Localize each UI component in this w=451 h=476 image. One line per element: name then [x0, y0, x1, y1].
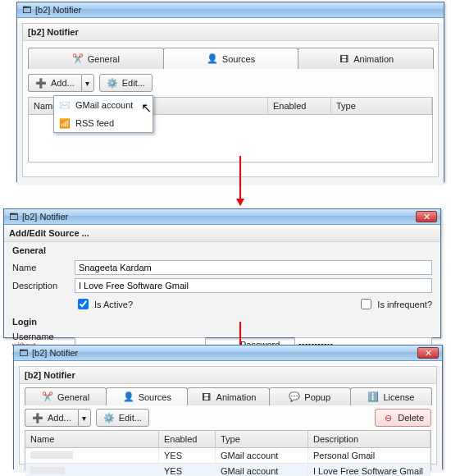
tab-animation[interactable]: 🎞Animation [298, 48, 434, 69]
app-icon: 🗔 [17, 347, 29, 359]
description-label: Description [12, 281, 70, 291]
table-row[interactable]: YES GMail account Personal Gmail [25, 448, 430, 464]
dialog-title: Add/Edit Source ... [4, 225, 440, 242]
plus-icon: ➕ [35, 77, 47, 89]
username-label: Username [12, 332, 70, 341]
tools-icon: ✂️ [42, 391, 53, 403]
section-login: Login [7, 314, 437, 330]
gear-icon: ⚙️ [103, 412, 115, 423]
col-enabled[interactable]: Enabled [268, 98, 331, 114]
mail-icon: ✉️ [59, 99, 71, 111]
tab-license[interactable]: ℹ️License [350, 387, 432, 405]
title-bar: 🗔 [b2] Notifier ✕ [14, 346, 442, 361]
title-bar: 🗔 [b2] Notifier [17, 2, 444, 18]
user-icon: 👤 [207, 53, 218, 65]
animation-icon: 🎞 [201, 391, 212, 403]
cell-type: GMail account [216, 464, 308, 476]
col-name[interactable]: Name [25, 431, 159, 447]
add-button[interactable]: ➕Add... [28, 74, 81, 92]
col-type[interactable]: Type [331, 98, 432, 114]
annotation-arrow [239, 156, 241, 205]
app-icon: 🗔 [20, 4, 32, 16]
animation-icon: 🎞 [338, 53, 349, 65]
close-button[interactable]: ✕ [417, 347, 439, 359]
panel-title: [b2] Notifier [20, 367, 436, 384]
info-icon: ℹ️ [367, 391, 379, 403]
panel-title: [b2] Notifier [23, 24, 438, 41]
gear-icon: ⚙️ [107, 77, 118, 89]
name-label: Name [12, 263, 70, 272]
tab-general[interactable]: ✂️General [25, 387, 107, 405]
chevron-down-icon: ▾ [82, 414, 86, 423]
title-bar: 🗔 [b2] Notifier ✕ [4, 209, 440, 225]
edit-button[interactable]: ⚙️Edit... [96, 409, 149, 427]
section-general: General [7, 242, 437, 259]
col-enabled[interactable]: Enabled [159, 431, 216, 447]
cell-name [30, 467, 65, 474]
popup-icon: 💬 [289, 391, 300, 403]
user-icon: 👤 [123, 391, 134, 403]
tab-sources[interactable]: 👤Sources [163, 48, 299, 69]
menu-gmail-account[interactable]: ✉️ GMail account [54, 96, 153, 114]
add-button[interactable]: ➕Add... [25, 409, 78, 427]
close-button[interactable]: ✕ [416, 211, 437, 222]
chevron-down-icon: ▾ [85, 79, 89, 88]
app-icon: 🗔 [7, 211, 19, 222]
table-row[interactable]: YES GMail account I Love Free Software G… [25, 464, 430, 476]
col-type[interactable]: Type [216, 431, 308, 447]
cell-name [30, 451, 73, 459]
tab-popup[interactable]: 💬Popup [269, 387, 351, 405]
description-input[interactable] [75, 278, 432, 293]
window-title: [b2] Notifier [32, 348, 78, 358]
cell-description: I Love Free Software Gmail [308, 464, 430, 476]
delete-icon: ⊖ [382, 412, 394, 423]
rss-icon: 📶 [59, 117, 71, 129]
is-infrequent-checkbox[interactable]: Is infrequent? [358, 296, 432, 312]
name-input[interactable] [75, 260, 432, 275]
window-title: [b2] Notifier [35, 5, 81, 15]
edit-button[interactable]: ⚙️Edit... [99, 74, 153, 92]
cell-enabled: YES [159, 448, 216, 463]
tab-sources[interactable]: 👤Sources [106, 387, 188, 405]
plus-icon: ➕ [32, 412, 43, 423]
menu-rss-feed[interactable]: 📶 RSS feed [54, 114, 153, 132]
col-description[interactable]: Description [308, 431, 430, 447]
cell-type: GMail account [216, 448, 308, 463]
add-dropdown-caret[interactable]: ▾ [78, 409, 91, 427]
cell-enabled: YES [159, 464, 216, 476]
is-active-checkbox[interactable]: Is Active? [75, 296, 133, 312]
tab-general[interactable]: ✂️General [28, 48, 164, 69]
delete-button[interactable]: ⊖Delete [375, 409, 431, 427]
window-title: [b2] Notifier [22, 212, 68, 222]
add-dropdown-caret[interactable]: ▾ [81, 74, 94, 92]
tab-animation[interactable]: 🎞Animation [187, 387, 269, 405]
cell-description: Personal Gmail [308, 448, 430, 463]
tools-icon: ✂️ [72, 53, 84, 65]
